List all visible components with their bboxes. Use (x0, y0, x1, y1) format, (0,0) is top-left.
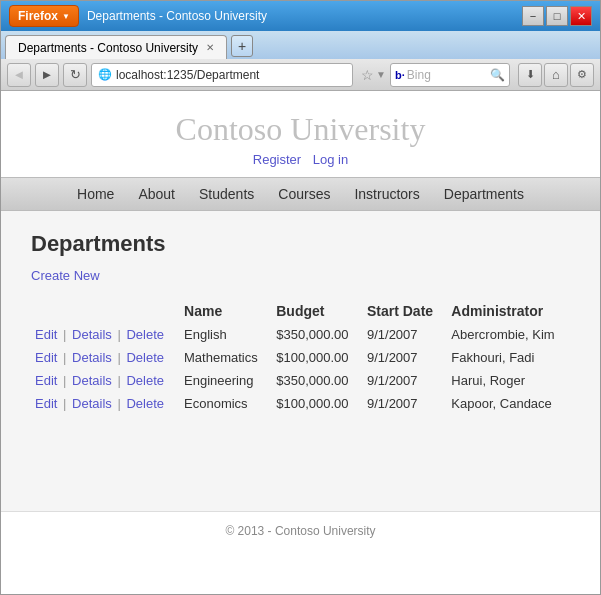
edit-link[interactable]: Edit (35, 373, 57, 388)
row-administrator: Abercrombie, Kim (447, 323, 570, 346)
table-row: Edit | Details | Delete Mathematics $100… (31, 346, 570, 369)
row-budget: $350,000.00 (272, 369, 363, 392)
page-footer: © 2013 - Contoso University (1, 511, 600, 550)
details-link[interactable]: Details (72, 373, 112, 388)
tab-bar: Departments - Contoso University ✕ + (1, 31, 600, 59)
page-header: Contoso University Register Log in (1, 91, 600, 177)
search-placeholder: Bing (407, 68, 431, 82)
row-administrator: Kapoor, Candace (447, 392, 570, 415)
row-start-date: 9/1/2007 (363, 323, 447, 346)
row-start-date: 9/1/2007 (363, 369, 447, 392)
details-link[interactable]: Details (72, 396, 112, 411)
col-name-header: Name (180, 299, 272, 323)
sep1: | (63, 396, 66, 411)
sep2: | (117, 327, 120, 342)
sep1: | (63, 350, 66, 365)
sep1: | (63, 373, 66, 388)
nav-about[interactable]: About (126, 186, 187, 202)
download-button[interactable]: ⬇ (518, 63, 542, 87)
content-area: Departments Create New Name Budget Start… (1, 211, 600, 511)
row-actions: Edit | Details | Delete (31, 346, 180, 369)
firefox-menu-button[interactable]: Firefox (9, 5, 79, 27)
row-start-date: 9/1/2007 (363, 392, 447, 415)
page-content: Contoso University Register Log in Home … (1, 91, 600, 594)
title-bar: Firefox Departments - Contoso University… (1, 1, 600, 31)
row-administrator: Harui, Roger (447, 369, 570, 392)
row-budget: $100,000.00 (272, 346, 363, 369)
delete-link[interactable]: Delete (126, 350, 164, 365)
edit-link[interactable]: Edit (35, 396, 57, 411)
table-row: Edit | Details | Delete Economics $100,0… (31, 392, 570, 415)
delete-link[interactable]: Delete (126, 396, 164, 411)
nav-home[interactable]: Home (65, 186, 126, 202)
details-link[interactable]: Details (72, 350, 112, 365)
row-actions: Edit | Details | Delete (31, 323, 180, 346)
edit-link[interactable]: Edit (35, 350, 57, 365)
main-nav: Home About Students Courses Instructors … (1, 177, 600, 211)
browser-window: Firefox Departments - Contoso University… (0, 0, 601, 595)
bookmark-down-icon[interactable]: ▼ (376, 69, 386, 80)
nav-courses[interactable]: Courses (266, 186, 342, 202)
row-budget: $100,000.00 (272, 392, 363, 415)
col-admin-header: Administrator (447, 299, 570, 323)
maximize-button[interactable]: □ (546, 6, 568, 26)
bing-logo: b· (395, 69, 405, 81)
row-administrator: Fakhouri, Fadi (447, 346, 570, 369)
title-text: Departments - Contoso University (87, 9, 514, 23)
table-header-row: Name Budget Start Date Administrator (31, 299, 570, 323)
table-row: Edit | Details | Delete English $350,000… (31, 323, 570, 346)
details-link[interactable]: Details (72, 327, 112, 342)
sep1: | (63, 327, 66, 342)
departments-table: Name Budget Start Date Administrator Edi… (31, 299, 570, 415)
sep2: | (117, 396, 120, 411)
toolbar-icons: ⬇ ⌂ ⚙ (518, 63, 594, 87)
minimize-button[interactable]: − (522, 6, 544, 26)
new-tab-button[interactable]: + (231, 35, 253, 57)
register-link[interactable]: Register (253, 152, 301, 167)
row-budget: $350,000.00 (272, 323, 363, 346)
auth-links: Register Log in (1, 152, 600, 167)
site-title: Contoso University (1, 111, 600, 148)
row-name: Mathematics (180, 346, 272, 369)
window-controls: − □ ✕ (522, 6, 592, 26)
forward-button[interactable]: ► (35, 63, 59, 87)
login-link[interactable]: Log in (313, 152, 348, 167)
col-actions-header (31, 299, 180, 323)
address-text: localhost:1235/Department (116, 68, 259, 82)
create-new-link[interactable]: Create New (31, 268, 100, 283)
edit-link[interactable]: Edit (35, 327, 57, 342)
sep2: | (117, 350, 120, 365)
bookmark-icon[interactable]: ☆ (361, 67, 374, 83)
row-name: Engineering (180, 369, 272, 392)
address-icon: 🌐 (98, 68, 112, 81)
row-name: English (180, 323, 272, 346)
tab-close-button[interactable]: ✕ (206, 42, 214, 53)
tab-label: Departments - Contoso University (18, 41, 198, 55)
row-name: Economics (180, 392, 272, 415)
table-row: Edit | Details | Delete Engineering $350… (31, 369, 570, 392)
close-button[interactable]: ✕ (570, 6, 592, 26)
row-start-date: 9/1/2007 (363, 346, 447, 369)
nav-departments[interactable]: Departments (432, 186, 536, 202)
nav-students[interactable]: Students (187, 186, 266, 202)
back-button[interactable]: ◄ (7, 63, 31, 87)
nav-instructors[interactable]: Instructors (342, 186, 431, 202)
col-budget-header: Budget (272, 299, 363, 323)
delete-link[interactable]: Delete (126, 327, 164, 342)
row-actions: Edit | Details | Delete (31, 369, 180, 392)
nav-bar: ◄ ► ↻ 🌐 localhost:1235/Department ☆ ▼ b·… (1, 59, 600, 91)
firefox-label: Firefox (18, 9, 58, 23)
address-bar[interactable]: 🌐 localhost:1235/Department (91, 63, 353, 87)
search-icon[interactable]: 🔍 (490, 68, 505, 82)
sep2: | (117, 373, 120, 388)
settings-button[interactable]: ⚙ (570, 63, 594, 87)
refresh-button[interactable]: ↻ (63, 63, 87, 87)
delete-link[interactable]: Delete (126, 373, 164, 388)
search-bar[interactable]: b· Bing 🔍 (390, 63, 510, 87)
col-startdate-header: Start Date (363, 299, 447, 323)
page-heading: Departments (31, 231, 570, 257)
row-actions: Edit | Details | Delete (31, 392, 180, 415)
footer-text: © 2013 - Contoso University (225, 524, 375, 538)
home-button[interactable]: ⌂ (544, 63, 568, 87)
active-tab[interactable]: Departments - Contoso University ✕ (5, 35, 227, 59)
